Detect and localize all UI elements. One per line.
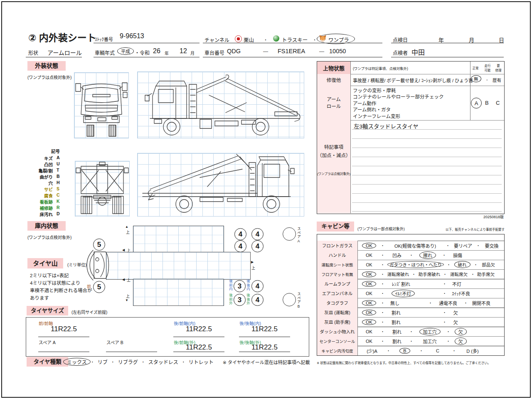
tread-inner-front-value: 3 <box>234 280 246 292</box>
rating-header-drivable: 走行 可能 <box>482 62 493 74</box>
cabin-option-selected: OK <box>362 319 376 325</box>
exterior-note: (ワンプラは点検対象外) <box>27 74 71 80</box>
cabin-row-label: ハンドル <box>317 250 357 260</box>
kuriyama-channel-icon <box>235 35 242 42</box>
tire-size-rro-value: 11R22.5 <box>239 343 290 352</box>
cabin-option-selected: OK <box>362 281 376 287</box>
repair-rating-selected: 無 <box>471 75 481 82</box>
tread-inner-rear-value: 4 <box>251 280 264 292</box>
cabin-option: 加工穴 <box>413 338 446 345</box>
model-month-value: 12 <box>180 47 187 55</box>
notes-label: 特記事項 （加点・減点） <box>317 143 350 160</box>
arm-roll-label: アーム ロール <box>317 86 350 120</box>
tire-type-option: リブ <box>94 358 111 365</box>
cabin-option: 割れ <box>384 319 408 325</box>
body-section-title: 上物状態 <box>317 62 350 74</box>
legend-item: 凸凹U <box>27 161 62 167</box>
legend-item: 補修跡R <box>27 205 62 211</box>
tire-size-rri-value: 11R22.5 <box>239 325 290 333</box>
body-condition-table: 上物状態 (ワンプラは特記事項、点検対象外) 正常 走行 可能 要 修理 修復他… <box>317 61 505 214</box>
divider <box>173 337 224 337</box>
cabin-option-selected: OK <box>362 243 376 249</box>
cabin-option-selected: 破れ <box>454 261 470 268</box>
cabin-option: 割れ <box>384 309 408 316</box>
cabin-option: 助手席破れ <box>416 271 443 277</box>
tread-rear-value: 4 <box>234 228 246 240</box>
cabin-option: D (多) <box>456 347 489 354</box>
cargo-note: (ワンプラは点検対象外) <box>27 234 71 240</box>
tire-type-section-title: タイヤ種類 <box>27 357 68 367</box>
cabin-footer-note: ※ 状態は記載有無に関わらず現車優先となります。中古車の特性上、すべての傷等を記… <box>317 360 508 365</box>
month-unit: 月 <box>190 50 195 56</box>
arm-rating: B <box>485 100 489 106</box>
vin-dash: — <box>263 49 268 54</box>
tread-inner-rear-label: 後後内 <box>246 279 250 291</box>
tire-size-spare-a-label: スペア A <box>39 339 56 345</box>
cabin-option: 不灯 <box>446 281 467 287</box>
symbol-legend: 記号 キズA 凸凹U 亀裂/割T 曲がりB 穴H サビS 腐食C 看板跡K 補修… <box>27 148 62 217</box>
notes-line <box>352 129 502 130</box>
notes-line <box>352 202 502 203</box>
era-heisei-selected: 平成 <box>117 47 134 55</box>
left-marker-icon: ◀ <box>122 278 125 281</box>
cabin-option: OK <box>357 339 381 344</box>
notes-line <box>352 175 502 175</box>
cabin-row: 灰皿 (助手席) OK ・ 割れ ・ 欠 <box>317 317 502 327</box>
cabin-option: ﾚﾝｽﾞ割れ <box>384 281 418 287</box>
legend-item: 腐食C <box>27 192 62 199</box>
tread-notes: 2ミリ以下は×表記 4ミリ以下は状態により 車検不適と判断される場合が あります <box>30 272 92 302</box>
tire-size-spare-b-label: スペア B <box>106 339 123 345</box>
vin-part2: FS1EREA <box>278 48 305 54</box>
right-marker-icon: ▶ <box>251 260 254 264</box>
legend-item: キズA <box>27 155 62 161</box>
cabin-row: ハンドル OK ・ 凹み ・ 擦れ ・ 損傷 <box>317 250 502 260</box>
cabin-option: 無し <box>384 300 405 306</box>
cabin-option: OK <box>357 262 381 267</box>
cabin-option: C <box>423 348 452 353</box>
down-marker-icon: ▼ <box>125 298 128 302</box>
cargo-box-top-panel <box>133 226 224 253</box>
cabin-option: 欠 <box>446 309 465 316</box>
vin-part3: 10050 <box>329 48 346 54</box>
inspector-value: 中田 <box>411 47 425 57</box>
divider <box>391 43 504 43</box>
inspection-date-label: 点検日 <box>393 36 408 43</box>
tire-size-section-title: タイヤサイズ <box>27 306 68 315</box>
vin-label: 車台番号 <box>204 49 224 56</box>
notes-line <box>352 157 502 157</box>
channel-separator: ・ <box>313 37 317 43</box>
cabin-row-label: タコグラフ <box>317 298 357 308</box>
page-title: ② 内外装シート <box>28 30 96 44</box>
truck-front-view-grid <box>74 72 129 138</box>
cabin-option: 運転席破れ <box>384 271 412 277</box>
legend-title: 記号 <box>27 148 62 154</box>
legend-item: 床汚れD <box>27 211 62 217</box>
up-marker-label: 上 <box>127 248 131 253</box>
cabin-option: 凹み <box>384 252 409 259</box>
cabin-row-label: ルームランプ <box>317 279 357 288</box>
repair-history-items: 事故歴 / 横転歴/ ボデー載せ替え/ ｺｰｼｮﾝ剥がし痕 / ひょう害 <box>353 77 473 84</box>
cabin-table: フロントガラス OK ・ OK(軽微な傷等あり) ・ 要リペア ・ 要交換 ハン… <box>317 234 505 356</box>
cabin-right-note: 以下、販売チャンネルにより事前手配要す <box>446 227 505 232</box>
body-note: (ワンプラは特記事項、点検対象外) <box>353 66 408 71</box>
model-year-value: 26 <box>153 47 160 55</box>
divider <box>106 352 157 352</box>
tire-size-rfo-value: 11R22.5 <box>173 343 224 352</box>
cabin-row: ルームランプ OK ・ ﾚﾝｽﾞ割れ ・ 不灯 <box>317 279 502 288</box>
tire-type-option: リブラグ <box>115 358 141 365</box>
legend-item: サビS <box>27 186 62 192</box>
tread-inner-front-label: 後前内 <box>229 279 232 291</box>
cabin-row: キャビン内汚匂度 (少)A ・ B ・ C ・ D (多) <box>317 346 502 355</box>
cargo-box-bottom-panel <box>133 279 224 306</box>
cabin-option: 開閉不良 <box>468 300 495 306</box>
cabin-option: 助手席欠 <box>475 271 497 277</box>
notes-sub-note: (ワンプラは点検対象外) <box>317 171 350 176</box>
cabin-row: エアコンパネル OK ・ ｲﾙﾐ不灯 ・ ｽｲｯﾁ不良 <box>317 288 502 298</box>
tread-rear-value: 4 <box>251 240 264 252</box>
spare-b-label: スペアB <box>297 292 300 309</box>
cabin-option: 要リペア <box>450 242 476 249</box>
notes-line <box>352 166 502 166</box>
cabin-row: フロアマット有無 OK ・ 運転席破れ ・ 助手席破れ ・ 運転席欠 ・ 助手席… <box>317 269 502 279</box>
cabin-option-selected: ｲﾙﾐ不灯 <box>392 290 415 297</box>
wanpura-channel-icon <box>319 35 326 42</box>
